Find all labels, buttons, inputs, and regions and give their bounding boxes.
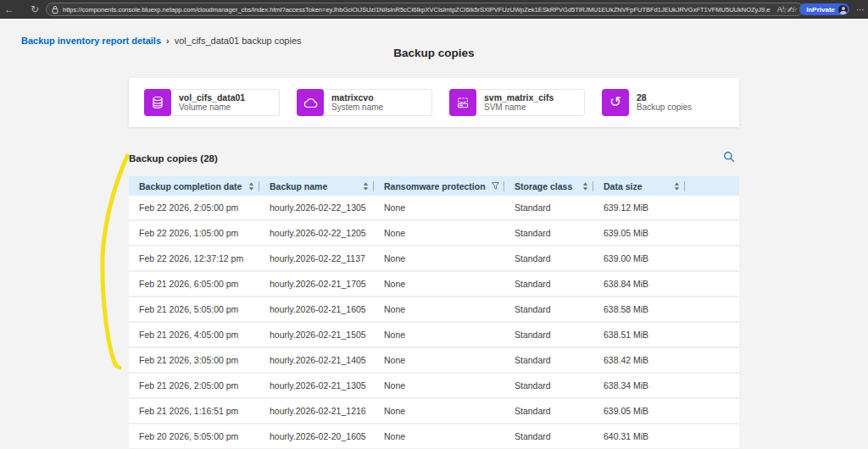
table-cell: 638.42 MiB: [593, 355, 739, 365]
table-row[interactable]: Feb 20 2026, 5:05:00 pmhourly.2026-02-20…: [129, 424, 739, 449]
avatar[interactable]: [838, 5, 848, 14]
table-row[interactable]: Feb 21 2026, 5:05:00 pmhourly.2026-02-21…: [129, 297, 739, 323]
inprivate-label: InPrivate: [806, 6, 835, 14]
table-row[interactable]: Feb 22 2026, 2:05:00 pmhourly.2026-02-22…: [129, 196, 739, 221]
table-cell: None: [374, 253, 504, 263]
card-value: 28: [637, 93, 692, 103]
table-row[interactable]: Feb 21 2026, 3:05:00 pmhourly.2026-02-21…: [129, 348, 739, 374]
table-cell: Standard: [504, 330, 593, 340]
table-cell: None: [374, 330, 504, 340]
header-divider: [684, 181, 685, 191]
column-label: Backup completion date: [129, 181, 242, 191]
table-cell: Feb 21 2026, 1:16:51 pm: [129, 406, 259, 416]
restore-icon: ↺: [602, 89, 629, 116]
table-cell: None: [374, 202, 504, 213]
table-body: Feb 22 2026, 2:05:00 pmhourly.2026-02-22…: [129, 196, 739, 449]
column-header-backup-completion-date[interactable]: Backup completion date: [129, 176, 259, 196]
table-cell: Standard: [504, 406, 593, 416]
table-cell: 639.05 MiB: [593, 406, 739, 416]
search-icon[interactable]: [723, 151, 737, 164]
volume-icon: [144, 89, 171, 116]
table-row[interactable]: Feb 21 2026, 4:05:00 pmhourly.2026-02-21…: [129, 323, 739, 348]
table-cell: Standard: [504, 304, 593, 314]
table-cell: Feb 22 2026, 12:37:12 pm: [129, 253, 259, 263]
column-label: Backup name: [259, 181, 327, 191]
table-row[interactable]: Feb 22 2026, 12:37:12 pmhourly.2026-02-2…: [129, 247, 739, 272]
table-cell: None: [374, 228, 504, 238]
address-bar[interactable]: https://components.console.bluexp.netapp…: [46, 3, 804, 16]
sort-icon[interactable]: [363, 182, 369, 191]
summary-cards-band: vol_cifs_data01 Volume name matrixcvo Sy…: [129, 78, 739, 127]
table-cell: Feb 22 2026, 1:05:00 pm: [129, 228, 259, 238]
lock-icon: [52, 6, 58, 14]
table-cell: Standard: [504, 279, 593, 289]
table-cell: hourly.2026-02-21_1605: [259, 304, 374, 314]
column-header-ransomware-protection[interactable]: Ransomware protection: [374, 176, 504, 196]
card-value: svm_matrix_cifs: [484, 93, 554, 103]
column-header-data-size[interactable]: Data size: [593, 176, 739, 196]
refresh-icon[interactable]: ↻: [25, 0, 44, 19]
table-cell: Feb 21 2026, 5:05:00 pm: [129, 304, 259, 314]
table-cell: hourly.2026-02-22_1137: [259, 253, 374, 263]
table-row[interactable]: Feb 21 2026, 2:05:00 pmhourly.2026-02-21…: [129, 374, 739, 399]
sort-icon[interactable]: [674, 182, 680, 191]
table-cell: None: [374, 355, 504, 365]
table-cell: None: [374, 431, 504, 441]
table-cell: hourly.2026-02-21_1305: [259, 380, 374, 391]
table-cell: Feb 21 2026, 4:05:00 pm: [129, 330, 259, 340]
breadcrumb: Backup inventory report details › vol_ci…: [21, 36, 302, 46]
table-cell: Feb 20 2026, 5:05:00 pm: [129, 431, 259, 441]
table-cell: Feb 21 2026, 6:05:00 pm: [129, 279, 259, 289]
sort-icon[interactable]: [582, 182, 588, 191]
table-cell: 638.84 MiB: [593, 279, 739, 289]
table-cell: None: [374, 304, 504, 314]
back-icon[interactable]: ←: [0, 0, 19, 19]
table-title: Backup copies (28): [129, 153, 218, 164]
table-cell: None: [374, 380, 504, 391]
table-cell: 638.58 MiB: [593, 304, 739, 314]
card-label: System name: [331, 103, 383, 112]
table-cell: 639.00 MiB: [593, 253, 739, 263]
table-cell: 638.51 MiB: [593, 330, 739, 340]
column-label: Data size: [593, 181, 643, 191]
collections-icon[interactable]: ☆✍︎: [780, 5, 794, 14]
table-row[interactable]: Feb 21 2026, 6:05:00 pmhourly.2026-02-21…: [129, 272, 739, 297]
table-cell: Standard: [504, 431, 593, 441]
chevron-right-icon: ›: [166, 36, 170, 46]
card-label: Volume name: [179, 103, 245, 112]
column-label: Storage class: [504, 181, 572, 191]
table-cell: None: [374, 279, 504, 289]
sort-icon[interactable]: [248, 182, 254, 191]
table-cell: hourly.2026-02-21_1216: [259, 406, 374, 416]
table-cell: hourly.2026-02-22_1305: [259, 202, 374, 213]
table-cell: 639.05 MiB: [593, 228, 739, 238]
table-row[interactable]: Feb 22 2026, 1:05:00 pmhourly.2026-02-22…: [129, 221, 739, 247]
url-text: https://components.console.bluexp.netapp…: [63, 6, 771, 14]
volume-name-card: vol_cifs_data01 Volume name: [144, 89, 280, 116]
table-cell: 638.34 MiB: [593, 380, 739, 391]
column-header-storage-class[interactable]: Storage class: [504, 176, 593, 196]
table-cell: hourly.2026-02-20_1605: [259, 431, 374, 441]
filter-icon[interactable]: [492, 182, 499, 190]
table-cell: Feb 21 2026, 2:05:00 pm: [129, 380, 259, 391]
card-value: vol_cifs_data01: [179, 93, 245, 103]
cloud-icon: [297, 89, 324, 116]
column-label: Ransomware protection: [374, 181, 486, 191]
svm-name-card: svm_matrix_cifs SVM name: [449, 89, 585, 116]
breadcrumb-link[interactable]: Backup inventory report details: [21, 36, 161, 46]
table-cell: hourly.2026-02-22_1205: [259, 228, 374, 238]
system-name-card: matrixcvo System name: [297, 89, 432, 116]
table-cell: hourly.2026-02-21_1405: [259, 355, 374, 365]
table-cell: None: [374, 406, 504, 416]
card-value: matrixcvo: [331, 93, 383, 103]
table-cell: Standard: [504, 380, 593, 391]
table-cell: Standard: [504, 202, 593, 213]
table-row[interactable]: Feb 21 2026, 1:16:51 pmhourly.2026-02-21…: [129, 399, 739, 424]
inprivate-badge: InPrivate: [799, 3, 849, 15]
more-menu-icon[interactable]: ⋯: [856, 5, 865, 14]
table-cell: 640.31 MiB: [593, 431, 739, 441]
column-header-backup-name[interactable]: Backup name: [259, 176, 374, 196]
table-cell: 639.12 MiB: [593, 202, 739, 213]
page-title: Backup copies: [0, 47, 868, 59]
table-header: Backup completion date Backup name Ranso…: [129, 176, 739, 196]
